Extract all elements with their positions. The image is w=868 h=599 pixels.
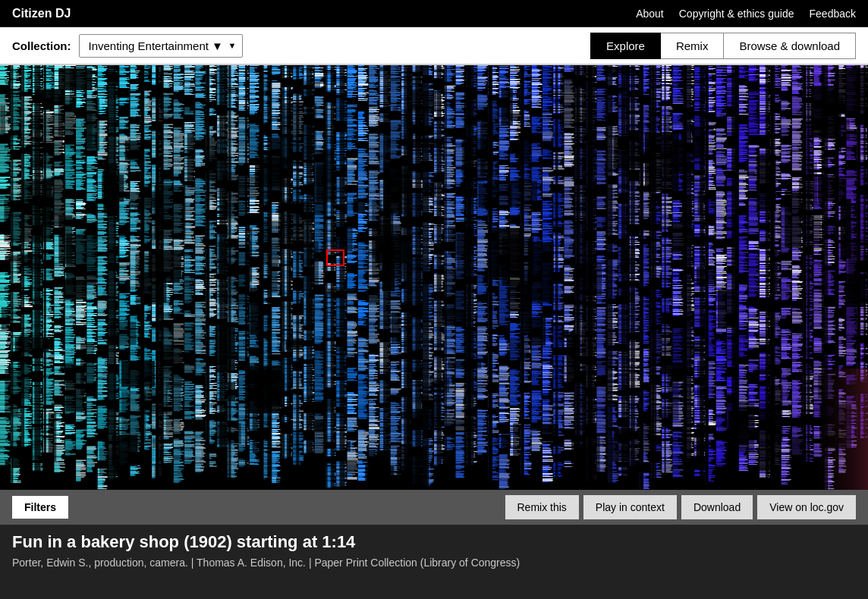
remix-this-button[interactable]: Remix this [505,495,579,519]
collection-dropdown[interactable]: Inventing Entertainment ▼ [79,34,243,58]
about-link[interactable]: About [636,8,664,20]
filters-button[interactable]: Filters [12,496,68,519]
collection-bar: Collection: Inventing Entertainment ▼ Ex… [0,27,868,65]
brand-logo: Citizen DJ [12,7,71,20]
view-on-loc-button[interactable]: View on loc.gov [757,495,856,519]
tab-explore[interactable]: Explore [590,33,661,59]
track-title: Fun in a bakery shop (1902) starting at … [12,532,856,552]
download-button[interactable]: Download [681,495,753,519]
collection-label: Collection: [12,39,71,52]
action-bar: Filters Remix this Play in context Downl… [0,490,868,525]
tab-remix[interactable]: Remix [661,33,725,59]
tab-browse-download[interactable]: Browse & download [724,33,856,59]
collection-left: Collection: Inventing Entertainment ▼ [12,34,243,58]
collection-dropdown-wrap[interactable]: Inventing Entertainment ▼ [79,34,243,58]
nav-links: About Copyright & ethics guide Feedback [636,8,856,20]
top-navigation: Citizen DJ About Copyright & ethics guid… [0,0,868,27]
play-in-context-button[interactable]: Play in context [583,495,677,519]
action-buttons: Remix this Play in context Download View… [505,495,857,519]
info-bar: Fun in a bakery shop (1902) starting at … [0,525,868,599]
track-meta: Porter, Edwin S., production, camera. | … [12,557,856,569]
waveform-canvas[interactable] [0,65,868,490]
visualization-area[interactable] [0,65,868,490]
feedback-link[interactable]: Feedback [810,8,856,20]
copyright-link[interactable]: Copyright & ethics guide [679,8,794,20]
collection-tabs: Explore Remix Browse & download [590,33,856,59]
